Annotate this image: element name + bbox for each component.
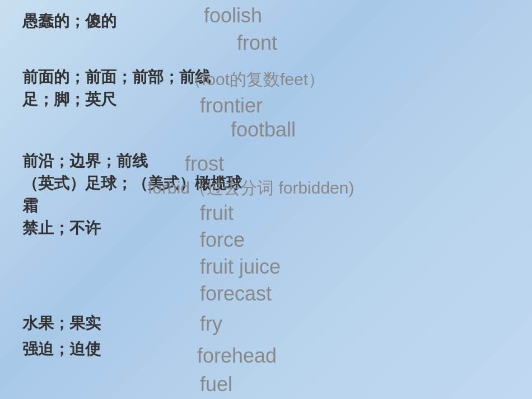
entry-fruit-juice-chinese: 水果；果实 <box>22 312 101 334</box>
entry-fry-english: fry <box>200 312 222 336</box>
entry-forbid-english: forbid（过去分词 forbidden) <box>148 177 354 200</box>
entry-fruit-chinese: 禁止；不许 <box>22 217 101 239</box>
english-fry: fry <box>200 312 222 335</box>
chinese-feet: 足；脚；英尺 <box>22 91 116 108</box>
entry-forecast-english: forecast <box>200 282 272 306</box>
english-fuel: fuel <box>200 373 232 396</box>
entry-football-english: football <box>231 118 296 142</box>
english-front: front <box>237 31 277 54</box>
entry-front-chinese: 前面的；前面；前部；前线 <box>22 66 211 88</box>
entry-football-chinese: 前沿；边界；前线 <box>22 150 148 172</box>
chinese-football: 前沿；边界；前线 <box>22 152 148 170</box>
english-football: football <box>231 118 296 141</box>
english-frontier: frontier <box>200 94 263 117</box>
english-forehead: forehead <box>197 344 277 367</box>
main-content: 愚蠢的；傻的 foolish front 前面的；前面；前部；前线 （foot的… <box>0 0 532 399</box>
chinese-foolish: 愚蠢的；傻的 <box>22 12 116 30</box>
entry-foolish: 愚蠢的；傻的 <box>22 10 116 32</box>
english-fruit: fruit <box>200 201 234 224</box>
chinese-fruit: 禁止；不许 <box>22 219 101 237</box>
chinese-forbid: 霜 <box>22 197 38 214</box>
chinese-front: 前面的；前面；前部；前线 <box>22 68 211 86</box>
entry-frontier-english: frontier <box>200 94 263 118</box>
english-frost: frost <box>185 152 224 175</box>
english-force: force <box>200 228 245 251</box>
entry-force-english: force <box>200 228 245 252</box>
english-foolish: foolish <box>204 4 262 27</box>
english-forbid: forbid（过去分词 forbidden) <box>148 179 354 197</box>
entry-feet-chinese: 足；脚；英尺 <box>22 88 116 110</box>
english-feet: （foot的复数feet） <box>185 70 325 88</box>
entry-front-english: front <box>237 31 277 55</box>
entry-feet-english: （foot的复数feet） <box>185 68 325 91</box>
chinese-fruit-juice: 水果；果实 <box>22 314 101 332</box>
entry-forecast-chinese: 强迫；迫使 <box>22 338 101 360</box>
entry-forbid-chinese: 霜 <box>22 195 38 217</box>
entry-foolish-english: foolish <box>204 4 262 27</box>
entry-forehead-english: forehead <box>197 344 277 368</box>
chinese-forecast: 强迫；迫使 <box>22 340 101 358</box>
english-forecast: forecast <box>200 282 272 305</box>
english-fruit-juice: fruit juice <box>200 255 281 278</box>
entry-fruit-juice-english: fruit juice <box>200 255 281 279</box>
entry-fuel-english: fuel <box>200 373 232 396</box>
entry-fruit-english: fruit <box>200 201 234 225</box>
